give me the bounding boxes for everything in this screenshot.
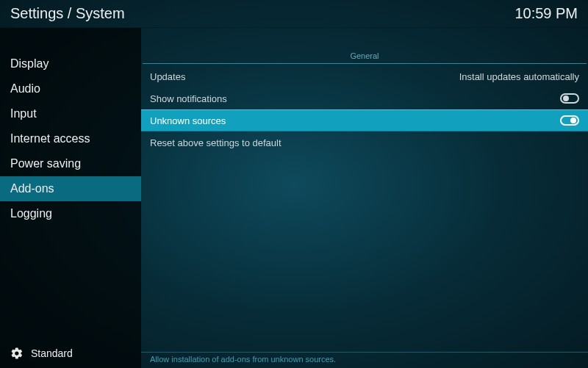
toggle-unknown-sources[interactable] xyxy=(560,115,579,126)
page-title: Settings / System xyxy=(10,5,125,22)
panel-spacer xyxy=(141,154,588,352)
row-updates-value: Install updates automatically xyxy=(459,71,579,82)
toggle-knob xyxy=(563,95,569,101)
sidebar-spacer xyxy=(0,226,141,339)
row-updates-label: Updates xyxy=(150,71,185,82)
sidebar-item-add-ons[interactable]: Add-ons xyxy=(0,176,141,201)
toggle-show-notifications[interactable] xyxy=(560,93,579,104)
gear-icon xyxy=(10,347,24,360)
settings-level-button[interactable]: Standard xyxy=(0,339,141,368)
row-updates[interactable]: Updates Install updates automatically xyxy=(141,65,588,87)
toggle-knob xyxy=(570,118,576,123)
sidebar-item-audio[interactable]: Audio xyxy=(0,76,141,101)
row-reset-defaults-label: Reset above settings to default xyxy=(150,137,282,148)
sidebar-item-power-saving[interactable]: Power saving xyxy=(0,151,141,176)
hint-text: Allow installation of add-ons from unkno… xyxy=(141,352,588,368)
section-header-general: General xyxy=(143,51,587,64)
row-unknown-sources[interactable]: Unknown sources xyxy=(141,109,588,131)
settings-panel: General Updates Install updates automati… xyxy=(141,28,588,368)
settings-level-label: Standard xyxy=(31,347,73,359)
clock: 10:59 PM xyxy=(514,5,578,22)
row-unknown-sources-label: Unknown sources xyxy=(150,115,226,126)
row-show-notifications[interactable]: Show notifications xyxy=(141,87,588,109)
sidebar-item-display[interactable]: Display xyxy=(0,51,141,76)
sidebar: Display Audio Input Internet access Powe… xyxy=(0,28,141,368)
row-reset-defaults[interactable]: Reset above settings to default xyxy=(141,131,588,154)
header-bar: Settings / System 10:59 PM xyxy=(0,0,588,28)
sidebar-item-input[interactable]: Input xyxy=(0,101,141,126)
sidebar-item-logging[interactable]: Logging xyxy=(0,201,141,226)
row-show-notifications-label: Show notifications xyxy=(150,93,227,104)
body: Display Audio Input Internet access Powe… xyxy=(0,28,588,368)
sidebar-item-internet-access[interactable]: Internet access xyxy=(0,126,141,151)
